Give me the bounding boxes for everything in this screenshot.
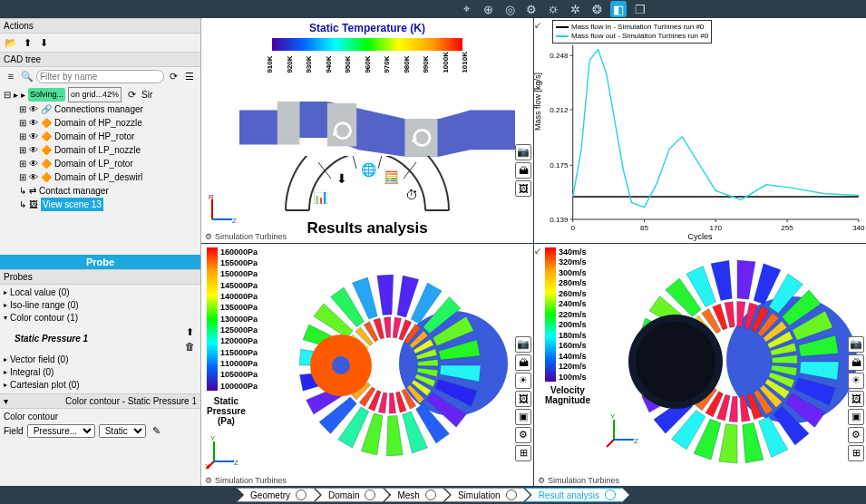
open-icon[interactable]: 📂 (4, 35, 18, 50)
camera-icon[interactable]: 📷 (848, 336, 864, 353)
svg-text:🧮: 🧮 (384, 170, 400, 185)
svg-point-42 (332, 356, 350, 374)
axis-gizmo: RZ (207, 194, 238, 227)
gears-icon[interactable]: ⛭ (545, 1, 561, 17)
view-footer: Simulation Turbines (215, 476, 287, 485)
tree-item-selected[interactable]: ↳🖼View scene 13 (4, 198, 197, 211)
svg-line-9 (378, 156, 384, 169)
gear3-icon[interactable]: ❂ (589, 1, 605, 17)
probe-item[interactable]: ▸Integral (0) (4, 366, 197, 379)
download-icon[interactable]: ⬇ (36, 35, 51, 50)
cursor-icon[interactable]: ⌖ (458, 1, 474, 17)
field-label: Field (4, 426, 24, 436)
gear2-icon[interactable]: ✲ (567, 1, 583, 17)
workflow-step-result[interactable]: Result analysis (525, 488, 629, 502)
picture-icon[interactable]: 🖼 (515, 391, 531, 407)
color-contour-header: ▾ Color contour - Static Pressure 1 (0, 393, 200, 409)
cube-icon[interactable]: ▣ (515, 409, 531, 425)
svg-text:340: 340 (852, 224, 865, 232)
workflow-step-geometry[interactable]: Geometry (237, 488, 320, 502)
tree-root[interactable]: ⊟▸▸ Solving... on grid...42% ⟳ Sir (4, 87, 197, 102)
svg-text:0: 0 (570, 224, 575, 232)
grid-icon[interactable]: ⊞ (848, 445, 864, 461)
cube-icon[interactable]: ▣ (848, 409, 864, 425)
probe-header: Probe (0, 255, 200, 269)
mountain-icon[interactable]: 🏔 (848, 354, 864, 371)
grid-icon[interactable]: ⊞ (515, 445, 531, 461)
settings-icon[interactable]: ☰ (182, 69, 197, 83)
svg-text:85: 85 (640, 224, 649, 232)
field-select-2[interactable]: Static (99, 424, 146, 438)
svg-text:Z: Z (634, 437, 638, 445)
svg-line-54 (607, 440, 614, 447)
sun-icon[interactable]: ☀ (848, 373, 864, 389)
filter-input[interactable] (36, 70, 164, 83)
sun-icon[interactable]: ☀ (515, 373, 531, 389)
gear-icon[interactable]: ⚙ (848, 427, 864, 443)
refresh-tree-icon[interactable]: ⟳ (124, 88, 139, 102)
tree-item[interactable]: ⊞👁🔶Domain of LP_rotor (4, 157, 197, 170)
color-contour-form: Color contour Field Pressure... Static ✎ (0, 409, 200, 441)
actions-header: Actions (0, 18, 200, 34)
search-icon[interactable]: 🔍 (20, 69, 34, 83)
picture-icon[interactable]: 🖼 (515, 180, 531, 197)
tree-item[interactable]: ⊞👁🔶Domain of HP_nozzle (4, 116, 197, 130)
tree-item[interactable]: ⊞👁🔗Connections manager (4, 102, 197, 116)
svg-text:Y: Y (210, 434, 216, 442)
gear-small-icon[interactable]: ⚙ (205, 476, 212, 485)
svg-point-51 (636, 322, 715, 402)
camera-icon[interactable]: 📷 (515, 336, 531, 353)
svg-text:0.175: 0.175 (550, 161, 569, 170)
probe-item-selected[interactable]: Static Pressure 1⬆🗑 (4, 325, 197, 354)
svg-rect-0 (277, 102, 300, 145)
upload-icon[interactable]: ⬆ (20, 35, 34, 50)
picture-icon[interactable]: 🖼 (848, 391, 864, 407)
probe-item[interactable]: ▸Cartesian plot (0) (4, 379, 197, 392)
camera-icon[interactable]: 📷 (515, 144, 531, 160)
mountain-icon[interactable]: 🏔 (515, 162, 531, 179)
gear-icon[interactable]: ⚙ (515, 427, 531, 443)
gear-icon[interactable]: ⚙ (523, 1, 540, 17)
chart-xlabel: Cycles (687, 232, 712, 241)
probe-item[interactable]: ▸Iso-line range (0) (4, 299, 197, 312)
zoom-icon[interactable]: ⊕ (480, 1, 496, 17)
delete-icon[interactable]: 🗑 (182, 339, 197, 354)
results-mode-icon[interactable]: ◧ (610, 1, 627, 17)
field-select-1[interactable]: Pressure... (27, 424, 95, 438)
tree-item[interactable]: ⊞👁🔶Domain of LP_nozzle (4, 143, 197, 157)
probes-subheader: Probes (0, 269, 200, 285)
tree-item[interactable]: ⊞👁🔶Domain of HP_rotor (4, 130, 197, 143)
mountain-icon[interactable]: 🏔 (515, 354, 531, 371)
tree-item[interactable]: ↳⇄Contact manager (4, 184, 197, 198)
svg-text:R: R (209, 193, 214, 201)
resize-handle-icon[interactable]: ↙ (534, 246, 541, 256)
results-dial[interactable]: 📊 ⬇ 🌐 🧮 ⏱ (277, 156, 458, 212)
edit-icon[interactable]: ✎ (150, 423, 164, 438)
probe-item[interactable]: ▸Local value (0) (4, 286, 197, 299)
layers-icon[interactable]: ❒ (632, 1, 648, 17)
probe-item[interactable]: ▸Vector field (0) (4, 354, 197, 366)
workflow-step-simulation[interactable]: Simulation (444, 488, 530, 502)
svg-text:⏱: ⏱ (405, 188, 418, 202)
probe-item[interactable]: ▾Color contour (1) (4, 312, 197, 325)
view-pressure[interactable]: 160000Pa155000Pa150000Pa145000Pa140000Pa… (201, 244, 533, 486)
turbine-graphic (263, 255, 517, 463)
view-chart[interactable]: ↙ Mass flow in - Simulation Turbines run… (534, 18, 866, 243)
svg-text:⬇: ⬇ (336, 171, 347, 186)
svg-text:Z: Z (234, 459, 238, 467)
view-temperature[interactable]: Static Temperature (K) 910K920K930K940K9… (201, 18, 533, 243)
top-toolbar: ⌖ ⊕ ◎ ⚙ ⛭ ✲ ❂ ◧ ❒ (0, 0, 866, 18)
tree-item[interactable]: ⊞👁🔶Domain of LP_deswirl (4, 170, 197, 184)
gear-small-icon[interactable]: ⚙ (205, 232, 212, 241)
refresh-icon[interactable]: ⟳ (166, 69, 180, 83)
upload-small-icon[interactable]: ⬆ (182, 325, 197, 339)
workflow-step-domain[interactable]: Domain (315, 488, 389, 502)
svg-text:0.248: 0.248 (550, 52, 569, 60)
target-icon[interactable]: ◎ (501, 1, 518, 17)
view-velocity[interactable]: ↙ 340m/s320m/s300m/s280m/s260m/s240m/s22… (534, 244, 866, 486)
gear-small-icon[interactable]: ⚙ (538, 476, 545, 485)
list-icon[interactable]: ≡ (4, 69, 18, 83)
workflow-step-mesh[interactable]: Mesh (384, 488, 449, 502)
svg-text:255: 255 (781, 224, 793, 232)
axis-gizmo: YZ (607, 412, 641, 449)
